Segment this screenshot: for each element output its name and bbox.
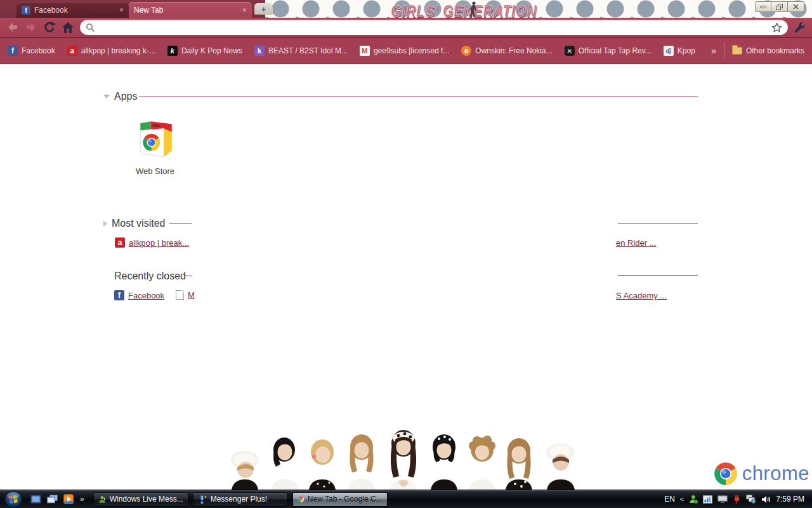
bookmark-label: allkpop | breaking k-... xyxy=(81,46,155,55)
recently-closed-section-header: Recently closed xyxy=(114,271,186,282)
quick-launch-overflow-icon[interactable]: » xyxy=(80,495,84,504)
most-visited-link-allkpop[interactable]: a allkpop | break... xyxy=(115,237,189,248)
system-tray: EN < xyxy=(664,495,808,504)
allkpop-favicon-icon: a xyxy=(67,46,77,56)
chrome-brand: chrome xyxy=(714,462,809,486)
chrome-wordmark: chrome xyxy=(742,462,809,485)
bookmark-label: Official Tap Tap Rev... xyxy=(579,46,652,55)
power-plug-icon[interactable] xyxy=(733,495,741,504)
apps-section-header[interactable]: Apps xyxy=(103,91,137,102)
gee9subs-favicon-icon: M xyxy=(360,46,370,56)
bookmark-allkpop[interactable]: a allkpop | breaking k-... xyxy=(67,46,155,56)
messenger-icon xyxy=(98,495,106,504)
new-tab-page: Apps Web Store Most visited xyxy=(0,64,812,490)
bookmark-gee9subs[interactable]: M gee9subs [licensed f... xyxy=(360,46,449,56)
other-bookmarks-button[interactable]: Other bookmarks xyxy=(732,46,804,55)
windows-taskbar: » Windows Live Mess... Messenger Plus! xyxy=(0,490,812,508)
most-visited-title: Most visited xyxy=(112,218,165,229)
recently-closed-link-m[interactable]: M xyxy=(176,290,195,300)
bookmark-label: gee9subs [licensed f... xyxy=(374,46,449,55)
bookmark-daily-kpop[interactable]: k Daily K Pop News xyxy=(167,46,242,56)
bookmark-taptap[interactable]: ✕ Official Tap Tap Rev... xyxy=(565,46,652,56)
facebook-favicon-icon: f xyxy=(8,46,18,56)
display-icon[interactable] xyxy=(717,495,728,504)
bookmark-star-icon[interactable] xyxy=(771,22,782,33)
window-controls xyxy=(755,1,804,12)
search-icon xyxy=(86,23,95,32)
link-label: M xyxy=(188,290,195,300)
beast-favicon-icon: k xyxy=(254,46,265,56)
tab-close-icon[interactable]: × xyxy=(119,6,124,15)
recently-closed-line-left xyxy=(185,276,192,276)
tab-facebook[interactable]: f Facebook × xyxy=(16,3,129,18)
link-label: en Rider ... xyxy=(616,238,657,248)
recently-closed-line-right xyxy=(618,275,698,276)
recently-closed-link-academy[interactable]: S Academy ... xyxy=(616,291,667,300)
messenger-status-icon[interactable] xyxy=(689,495,698,504)
most-visited-link-rider[interactable]: en Rider ... xyxy=(616,238,657,248)
tab-close-icon[interactable]: × xyxy=(242,6,247,15)
facebook-favicon-icon: f xyxy=(22,6,30,15)
bookmark-kpop[interactable]: dj Kpop xyxy=(664,46,695,56)
tab-new-tab[interactable]: New Tab × xyxy=(129,2,252,18)
taskbar-button-messenger[interactable]: Windows Live Mess... xyxy=(93,492,188,507)
home-icon[interactable] xyxy=(62,22,74,34)
taskbar-button-chrome[interactable]: New Tab - Google C... xyxy=(292,492,388,507)
browser-toolbar xyxy=(0,18,812,38)
show-desktop-icon[interactable] xyxy=(30,495,41,504)
tray-collapse-icon[interactable]: < xyxy=(680,495,684,503)
wrench-menu-icon[interactable] xyxy=(794,22,806,34)
new-tab-button[interactable]: + xyxy=(254,3,273,15)
most-visited-section-header[interactable]: Most visited xyxy=(103,218,165,229)
language-indicator[interactable]: EN xyxy=(664,495,675,504)
bookmarks-bar: f Facebook a allkpop | breaking k-... k … xyxy=(0,38,812,64)
back-icon[interactable] xyxy=(6,22,19,33)
bookmark-ownskin[interactable]: e Ownskin: Free Nokia... xyxy=(461,46,552,56)
minimize-button[interactable] xyxy=(755,1,771,12)
bookmarks-overflow-icon[interactable]: » xyxy=(711,46,716,56)
bookmark-label: Daily K Pop News xyxy=(181,46,242,55)
tab-label: Facebook xyxy=(34,6,68,15)
activity-monitor-icon[interactable] xyxy=(703,495,712,504)
expand-triangle-icon[interactable] xyxy=(103,220,107,227)
media-player-icon[interactable] xyxy=(63,494,74,504)
quick-launch xyxy=(30,494,74,504)
bookmark-label: BEAST / B2ST Idol M... xyxy=(268,46,348,55)
reload-icon[interactable] xyxy=(43,21,56,34)
webstore-label: Web Store xyxy=(124,166,186,176)
theme-logo-text: GIRLS' GENERATION xyxy=(391,0,537,18)
collapse-triangle-icon[interactable] xyxy=(103,95,110,98)
window-switcher-icon[interactable] xyxy=(47,495,58,504)
forward-icon[interactable] xyxy=(25,22,37,33)
network-icon[interactable] xyxy=(746,495,756,504)
start-button[interactable] xyxy=(4,490,23,508)
daily-kpop-favicon-icon: k xyxy=(167,46,178,56)
chrome-icon xyxy=(298,495,304,504)
webstore-app[interactable]: Web Store xyxy=(124,117,186,176)
messenger-plus-icon xyxy=(198,495,207,504)
taskbar-button-label: Windows Live Mess... xyxy=(110,495,183,504)
recently-closed-title: Recently closed xyxy=(114,271,186,282)
recently-closed-link-facebook[interactable]: f Facebook xyxy=(114,290,164,300)
desktop-screen: GIRLS' GENERATION xyxy=(0,0,812,508)
close-button[interactable] xyxy=(788,1,804,12)
link-label: S Academy ... xyxy=(616,291,667,300)
clock[interactable]: 7:59 PM xyxy=(776,495,804,504)
bookmark-beast[interactable]: k BEAST / B2ST Idol M... xyxy=(254,46,348,56)
link-label: Facebook xyxy=(128,291,164,300)
omnibox[interactable] xyxy=(80,20,788,35)
restore-button[interactable] xyxy=(771,1,788,12)
allkpop-favicon-icon: a xyxy=(115,237,125,248)
taskbar-button-messenger-plus[interactable]: Messenger Plus! xyxy=(193,492,288,507)
other-bookmarks-label: Other bookmarks xyxy=(746,46,804,55)
bookmark-facebook[interactable]: f Facebook xyxy=(8,46,55,56)
bookmark-label: Facebook xyxy=(22,46,55,55)
facebook-favicon-icon: f xyxy=(114,290,124,300)
volume-icon[interactable] xyxy=(761,495,771,504)
chrome-logo-icon xyxy=(714,462,738,486)
tab-label: New Tab xyxy=(134,6,163,15)
theme-silhouette-figure xyxy=(469,1,478,18)
browser-tab-strip: GIRLS' GENERATION xyxy=(0,0,812,18)
webstore-icon xyxy=(134,117,176,158)
ownskin-favicon-icon: e xyxy=(461,46,471,56)
